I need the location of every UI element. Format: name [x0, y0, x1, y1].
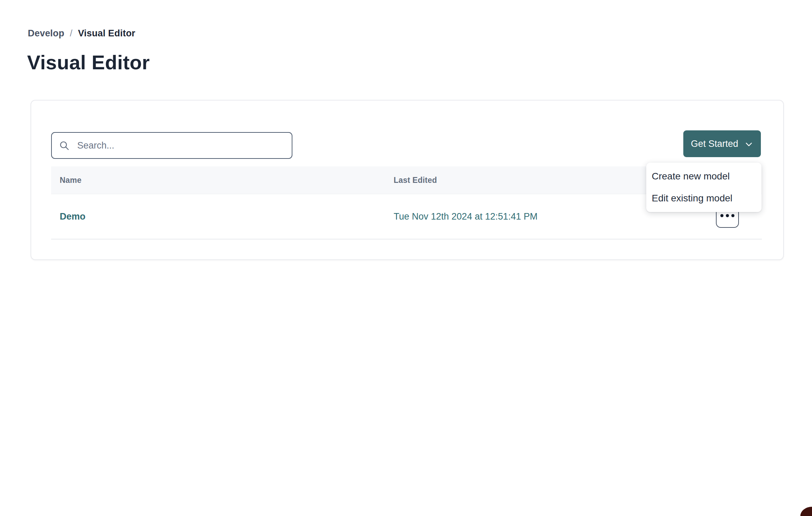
page: Develop / Visual Editor Visual Editor Ge… — [0, 0, 812, 516]
model-name-link[interactable]: Demo — [60, 211, 85, 222]
column-header-last-edited: Last Edited — [394, 176, 437, 185]
page-title: Visual Editor — [27, 51, 150, 74]
breadcrumb: Develop / Visual Editor — [28, 28, 135, 39]
breadcrumb-develop[interactable]: Develop — [28, 28, 64, 39]
menu-item-edit-existing-model[interactable]: Edit existing model — [646, 187, 762, 209]
column-header-name: Name — [60, 176, 81, 185]
get-started-label: Get Started — [691, 139, 738, 149]
search-input[interactable] — [51, 132, 292, 159]
chevron-down-icon — [744, 140, 753, 149]
get-started-dropdown-menu: Create new model Edit existing model — [646, 163, 762, 212]
get-started-button[interactable]: Get Started — [683, 130, 761, 157]
row-divider — [51, 239, 762, 239]
breadcrumb-current-visual-editor: Visual Editor — [78, 28, 135, 39]
search-field-wrapper — [51, 132, 292, 159]
last-edited-value: Tue Nov 12th 2024 at 12:51:41 PM — [394, 211, 537, 222]
menu-item-create-new-model[interactable]: Create new model — [646, 165, 762, 187]
corner-artifact — [800, 507, 812, 516]
breadcrumb-separator: / — [70, 28, 72, 39]
ellipsis-icon — [720, 214, 734, 217]
